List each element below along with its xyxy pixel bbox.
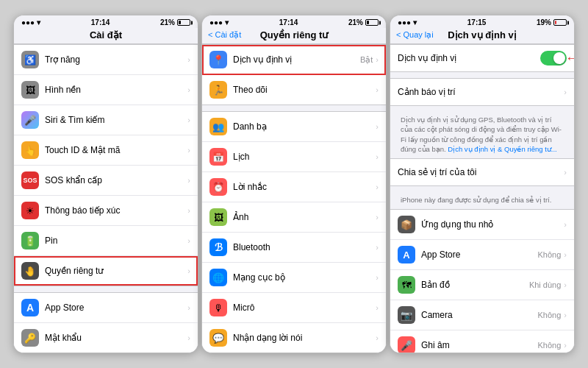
label-network: Mạng cục bộ [233,272,376,283]
row-network[interactable]: 🌐 Mạng cục bộ › [202,263,386,293]
icon-appstore3: A [398,246,415,263]
battery-pct-1: 21% [160,18,175,26]
red-arrow-indicator: ← [565,51,574,66]
row-thongbao[interactable]: ☀ Thông báo tiếp xúc › [14,196,198,226]
row-record[interactable]: 🎤 Ghi âm Không › [390,330,574,353]
scroll-3: Dịch vụ định vị ← Cảnh báo vị trí › Dịch… [390,44,574,353]
label-matkhau: Mật khẩu [45,333,187,343]
nav-bar-2: < Cài đặt Quyền riêng tư [202,28,386,44]
location-toggle[interactable] [540,51,567,66]
row-sos[interactable]: SOS SOS khẩn cấp › [14,166,198,196]
row-matkhau[interactable]: 🔑 Mật khẩu › [14,323,198,353]
nav-title-3: Dịch vụ định vị [448,29,517,40]
icon-photos: 🖼 [209,208,227,226]
row-cam3[interactable]: 📷 Camera Không › [390,300,574,330]
icon-theodoi: 🏃 [209,81,227,99]
location-desc: Dịch vụ định vị sử dụng GPS, Bluetooth v… [390,112,574,158]
row-hinhnen[interactable]: 🖼 Hình nền › [14,75,198,105]
row-toggle-location: Dịch vụ định vị ← [390,45,574,71]
row-sharelocation[interactable]: Chia sẻ vị trí của tôi › [390,159,574,185]
label-touchid: Touch ID & Mật mã [45,145,187,155]
status-left-2: ●●● ▾ [209,18,229,26]
label-theodoi: Theo dõi [233,85,376,95]
icon-speech: 💬 [209,329,227,347]
icon-thongbao: ☀ [21,202,39,219]
row-contacts[interactable]: 👥 Danh bạ › [202,112,386,142]
row-quyenriengtu[interactable]: 🤚 Quyền riêng tư › [14,256,198,286]
chevron-calendar: › [376,152,379,161]
chevron-sos: › [187,176,190,185]
label-cam3: Camera [421,310,538,320]
row-tronang[interactable]: ♿ Trợ năng › [14,45,198,75]
row-reminder[interactable]: ⏰ Lời nhắc › [202,172,386,202]
row-photos[interactable]: 🖼 Ảnh › [202,202,386,233]
status-bar-3: ●●● ▾ 17:15 19% [390,15,574,28]
label-hinhnen: Hình nền [45,85,187,95]
icon-record: 🎤 [398,336,415,353]
battery-pct-2: 21% [348,18,363,26]
back-btn-3[interactable]: < Quay lại [396,30,434,40]
status-right-1: 21% [160,18,190,26]
wifi-icon-1: ▾ [37,18,40,26]
status-right-3: 19% [537,18,567,26]
wifi-icon-3: ▾ [413,18,417,26]
chevron-bluetooth: › [376,243,379,252]
back-btn-2[interactable]: < Cài đặt [208,30,241,40]
status-left-3: ●●● ▾ [398,18,417,26]
row-pin[interactable]: 🔋 Pin › [14,226,198,256]
chevron-photos: › [376,213,379,222]
icon-pin: 🔋 [21,232,39,250]
privacy-group-1: 📍 Dịch vụ định vị Bật › 🏃 Theo dõi › [202,44,386,105]
icon-calendar: 📅 [209,148,227,166]
location-group-1: Dịch vụ định vị ← [390,44,574,72]
label-quyenriengtu: Quyền riêng tư [45,266,187,276]
icon-tronang: ♿ [21,51,39,68]
label-smallapp: Ứng dụng thu nhỏ [421,219,564,230]
location-link[interactable]: Dịch vụ định vị & Quyền riêng tư... [448,145,556,153]
row-dichvudinhvi[interactable]: 📍 Dịch vụ định vị Bật › [202,45,386,75]
signal-icon-2: ●●● [209,18,223,26]
chevron-tronang: › [187,55,190,64]
label-siri: Siri & Tìm kiếm [45,115,187,125]
time-3: 17:15 [467,18,487,26]
label-bluetooth: Bluetooth [233,242,376,252]
label-tronang: Trợ năng [45,54,187,65]
status-bar-2: ●●● ▾ 17:14 21% [202,15,386,28]
icon-siri: 🎤 [21,111,39,129]
row-maps[interactable]: 🗺 Bản đồ Khi dùng › [390,270,574,300]
icon-bluetooth: ℬ [209,238,227,256]
row-speech[interactable]: 💬 Nhận dạng lời nói › [202,323,386,353]
row-theodoi[interactable]: 🏃 Theo dõi › [202,75,386,105]
chevron-warnlocation: › [564,88,567,96]
row-appstore3[interactable]: A App Store Không › [390,240,574,270]
label-sharelocation: Chia sẻ vị trí của tôi [398,167,564,177]
wifi-icon-2: ▾ [225,18,229,26]
row-appstore[interactable]: A App Store › [14,293,198,323]
row-smallapp[interactable]: 📦 Ứng dụng thu nhỏ › [390,210,574,240]
row-bluetooth[interactable]: ℬ Bluetooth › [202,233,386,263]
row-siri[interactable]: 🎤 Siri & Tìm kiếm › [14,105,198,135]
row-micro[interactable]: 🎙 Micrô › [202,293,386,323]
icon-sos: SOS [21,171,39,189]
chevron-siri: › [187,116,190,124]
settings-group-2: A App Store › 🔑 Mật khẩu › ✉ Mail › [14,292,198,353]
time-1: 17:14 [91,18,110,26]
row-touchid[interactable]: 👆 Touch ID & Mật mã › [14,135,198,166]
chevron-smallapp: › [564,220,567,229]
row-warnlocation[interactable]: Cảnh báo vị trí › [390,79,574,105]
chevron-sharelocation: › [564,168,567,177]
row-calendar[interactable]: 📅 Lịch › [202,142,386,172]
chevron-contacts: › [376,122,379,131]
nav-bar-1: Cài đặt [14,28,198,44]
label-maps: Bản đồ [421,280,529,290]
label-photos: Ảnh [233,212,376,222]
chevron-record: › [564,341,567,350]
label-pin: Pin [45,236,187,246]
location-group-2: Cảnh báo vị trí › [390,78,574,106]
battery-icon-3 [553,19,567,26]
scroll-2: 📍 Dịch vụ định vị Bật › 🏃 Theo dõi › 👥 D… [202,44,386,353]
icon-matkhau: 🔑 [21,329,39,347]
label-appstore3: App Store [421,250,538,260]
label-speech: Nhận dạng lời nói [233,333,376,343]
panel-location: ●●● ▾ 17:15 19% < Quay lại Dịch vụ định … [390,15,575,353]
